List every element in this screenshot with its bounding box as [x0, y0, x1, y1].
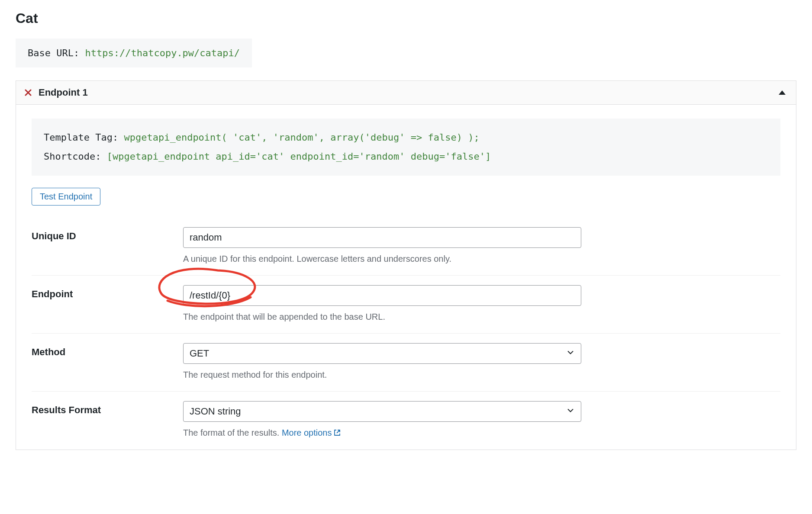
endpoint-help: The endpoint that will be appended to th…	[183, 312, 780, 322]
template-tag-value: wpgetapi_endpoint( 'cat', 'random', arra…	[124, 132, 479, 143]
field-row-endpoint: Endpoint The endpoint that will be appen…	[32, 276, 780, 334]
endpoint-panel: Endpoint 1 Template Tag: wpgetapi_endpoi…	[16, 80, 796, 450]
more-options-link[interactable]: More options	[282, 428, 341, 437]
shortcode-value: [wpgetapi_endpoint api_id='cat' endpoint…	[107, 151, 491, 162]
shortcode-label: Shortcode:	[44, 151, 107, 162]
endpoint-input[interactable]	[183, 285, 581, 306]
field-row-method: Method GET The request method for this e…	[32, 334, 780, 392]
results-format-label: Results Format	[32, 392, 183, 450]
method-select[interactable]: GET	[183, 343, 581, 364]
external-link-icon	[334, 428, 341, 438]
template-tag-label: Template Tag:	[44, 132, 124, 143]
method-label: Method	[32, 334, 183, 392]
field-row-unique-id: Unique ID A unique ID for this endpoint.…	[32, 218, 780, 276]
collapse-icon[interactable]	[779, 90, 786, 95]
unique-id-input[interactable]	[183, 227, 581, 248]
method-help: The request method for this endpoint.	[183, 370, 780, 380]
snippet-box: Template Tag: wpgetapi_endpoint( 'cat', …	[32, 119, 780, 176]
test-endpoint-button[interactable]: Test Endpoint	[32, 188, 100, 206]
unique-id-help: A unique ID for this endpoint. Lowercase…	[183, 254, 780, 264]
page-title: Cat	[16, 10, 796, 26]
endpoint-panel-header[interactable]: Endpoint 1	[16, 81, 796, 105]
field-row-results-format: Results Format JSON string The format of…	[32, 392, 780, 450]
results-format-help: The format of the results. More options	[183, 428, 780, 438]
endpoint-label: Endpoint	[32, 276, 183, 334]
base-url-box: Base URL: https://thatcopy.pw/catapi/	[16, 39, 252, 67]
unique-id-label: Unique ID	[32, 218, 183, 276]
close-icon[interactable]	[25, 89, 32, 96]
base-url-value: https://thatcopy.pw/catapi/	[85, 48, 240, 58]
results-format-select[interactable]: JSON string	[183, 401, 581, 422]
base-url-label: Base URL:	[28, 48, 85, 58]
endpoint-panel-title: Endpoint 1	[39, 87, 88, 98]
